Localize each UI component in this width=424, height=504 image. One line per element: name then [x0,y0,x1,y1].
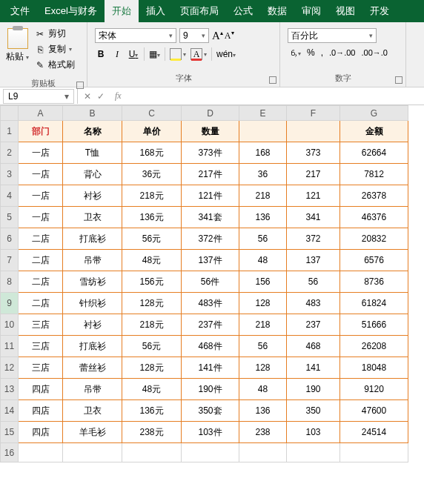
font-size-combo[interactable]: 9▾ [179,28,209,43]
cell-C15[interactable]: 238元 [122,422,182,443]
cell-E3[interactable]: 36 [239,164,287,185]
cell-E13[interactable]: 48 [239,379,287,400]
header-cell-G[interactable]: 金额 [340,121,408,142]
comma-button[interactable]: , [321,47,323,58]
cell-E2[interactable]: 168 [239,142,287,164]
dialog-launcher-icon[interactable] [395,76,403,84]
cell-D10[interactable]: 237件 [182,314,239,336]
row-header-10[interactable]: 10 [1,314,19,336]
header-cell-C[interactable]: 单价 [122,121,182,142]
cell-G7[interactable]: 6576 [340,250,408,271]
cell-D11[interactable]: 468件 [182,336,239,357]
select-all-corner[interactable] [1,106,19,121]
cancel-formula-icon[interactable]: ✕ [84,91,91,102]
dialog-launcher-icon[interactable] [76,82,84,89]
cell-D14[interactable]: 350套 [182,400,239,422]
cell-G15[interactable]: 24514 [340,422,408,443]
cell-B15[interactable]: 羊毛衫 [63,422,122,443]
tab-8[interactable]: 视图 [328,0,362,22]
cell-B5[interactable]: 卫衣 [63,207,122,228]
cell-B2[interactable]: T恤 [63,142,122,164]
col-header-F[interactable]: F [287,106,340,121]
cell-D7[interactable]: 137件 [182,250,239,271]
cell-F13[interactable]: 190 [287,379,340,400]
cell-B6[interactable]: 打底衫 [63,228,122,250]
cell-E15[interactable]: 238 [239,422,287,443]
cell-G5[interactable]: 46376 [340,207,408,228]
cell-E11[interactable]: 56 [239,336,287,357]
underline-button[interactable]: U▾ [127,49,139,59]
cell-D3[interactable]: 217件 [182,164,239,185]
cell-E12[interactable]: 128 [239,357,287,379]
cell-E9[interactable]: 128 [239,293,287,314]
cell-G11[interactable]: 26208 [340,336,408,357]
cell-C16[interactable] [122,443,182,462]
cell-C12[interactable]: 128元 [122,357,182,379]
cell-G6[interactable]: 20832 [340,228,408,250]
cell-C14[interactable]: 136元 [122,400,182,422]
format-painter-button[interactable]: ✎格式刷 [33,58,76,72]
cell-C10[interactable]: 218元 [122,314,182,336]
cell-E8[interactable]: 156 [239,271,287,293]
cell-A3[interactable]: 一店 [19,164,63,185]
dialog-launcher-icon[interactable] [269,76,276,84]
cell-F11[interactable]: 468 [287,336,340,357]
cell-F14[interactable]: 350 [287,400,340,422]
cell-A10[interactable]: 三店 [19,314,63,336]
cell-E7[interactable]: 48 [239,250,287,271]
row-header-14[interactable]: 14 [1,400,19,422]
cell-C13[interactable]: 48元 [122,379,182,400]
cell-F2[interactable]: 373 [287,142,340,164]
border-button[interactable]: ▦▾ [149,49,160,59]
cell-D8[interactable]: 56件 [182,271,239,293]
cell-A5[interactable]: 一店 [19,207,63,228]
cell-F7[interactable]: 137 [287,250,340,271]
cell-F15[interactable]: 103 [287,422,340,443]
cut-button[interactable]: ✂剪切 [33,27,76,41]
col-header-D[interactable]: D [182,106,239,121]
cell-F10[interactable]: 237 [287,314,340,336]
cell-A11[interactable]: 三店 [19,336,63,357]
cell-G9[interactable]: 61824 [340,293,408,314]
cell-E14[interactable]: 136 [239,400,287,422]
tab-6[interactable]: 数据 [260,0,294,22]
cell-F6[interactable]: 372 [287,228,340,250]
cell-D12[interactable]: 141件 [182,357,239,379]
col-header-E[interactable]: E [239,106,287,121]
cell-C2[interactable]: 168元 [122,142,182,164]
header-cell-B[interactable]: 名称 [63,121,122,142]
italic-button[interactable]: I [111,49,123,60]
row-header-15[interactable]: 15 [1,422,19,443]
bold-button[interactable]: B [95,49,107,59]
cell-C11[interactable]: 56元 [122,336,182,357]
row-header-12[interactable]: 12 [1,357,19,379]
cell-A7[interactable]: 二店 [19,250,63,271]
cell-A2[interactable]: 一店 [19,142,63,164]
cell-F5[interactable]: 341 [287,207,340,228]
cell-C7[interactable]: 48元 [122,250,182,271]
formula-input[interactable] [126,89,424,104]
cell-A6[interactable]: 二店 [19,228,63,250]
header-cell-F[interactable] [287,121,340,142]
worksheet[interactable]: ABCDEFG1部门名称单价数量金额2一店T恤168元373件168373626… [0,105,424,462]
tab-7[interactable]: 审阅 [294,0,328,22]
cell-A12[interactable]: 三店 [19,357,63,379]
cell-C5[interactable]: 136元 [122,207,182,228]
cell-B7[interactable]: 吊带 [63,250,122,271]
cell-B9[interactable]: 针织衫 [63,293,122,314]
header-cell-A[interactable]: 部门 [19,121,63,142]
tab-5[interactable]: 公式 [226,0,260,22]
tab-0[interactable]: 文件 [3,0,37,22]
cell-D16[interactable] [182,443,239,462]
cell-G16[interactable] [340,443,408,462]
cell-D2[interactable]: 373件 [182,142,239,164]
cell-F16[interactable] [287,443,340,462]
header-cell-E[interactable] [239,121,287,142]
cell-D9[interactable]: 483件 [182,293,239,314]
cell-G10[interactable]: 51666 [340,314,408,336]
cell-B11[interactable]: 打底衫 [63,336,122,357]
cell-F12[interactable]: 141 [287,357,340,379]
row-header-16[interactable]: 16 [1,443,19,462]
cell-B16[interactable] [63,443,122,462]
accounting-format-button[interactable]: 🄇▾ [289,47,301,58]
